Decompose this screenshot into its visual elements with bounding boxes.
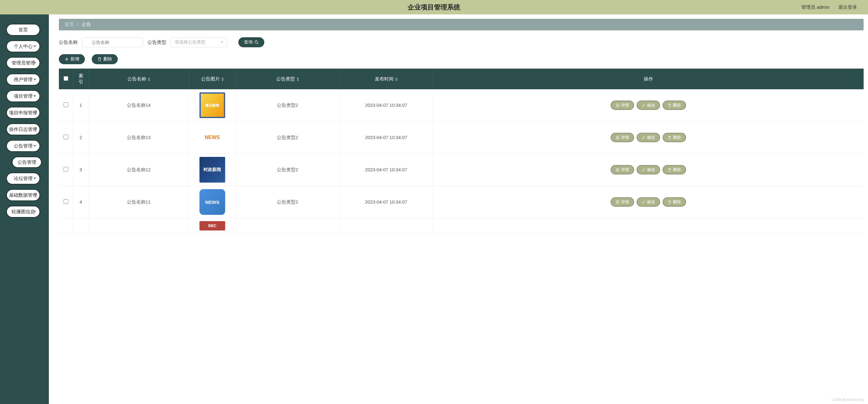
th-type[interactable]: 公告类型 (236, 69, 339, 89)
table: 索引 公告名称 公告图片 公告类型 发布时间 操作 1 公告名称14 爆点新闻 … (59, 69, 864, 218)
cell-name: 公告名称12 (89, 154, 189, 186)
cell-time: 2023-04-07 10:34:07 (339, 154, 433, 186)
filter-type-label: 公告类型 (148, 39, 166, 45)
filters: 公告名称 公告类型 请选择公告类型 查询 (59, 37, 864, 47)
edit-button[interactable]: 修改 (637, 100, 660, 110)
cell-time: 2023-04-07 10:34:07 (339, 89, 433, 122)
table-row: 2 公告名称13 NEWS 公告类型2 2023-04-07 10:34:07 … (59, 122, 864, 154)
thumbnail[interactable]: NEWS (199, 189, 225, 215)
cell-type: 公告类型2 (236, 122, 339, 154)
breadcrumb-sep: / (77, 22, 78, 27)
row-checkbox[interactable] (64, 135, 68, 139)
thumbnail[interactable]: 爆点新闻 (199, 92, 225, 118)
sidebar-item-6[interactable]: 操作日志管理 (6, 123, 40, 135)
app-title: 企业项目管理系统 (408, 3, 460, 11)
thumbnail[interactable]: NEWS (199, 125, 225, 150)
sidebar-item-9[interactable]: 基础数据管理 (6, 189, 40, 201)
sidebar-item-0[interactable]: 首页 (6, 24, 40, 36)
toolbar: 新增 删除 (59, 54, 864, 64)
detail-button[interactable]: 详情 (611, 197, 634, 207)
detail-button[interactable]: 详情 (611, 100, 634, 110)
cell-index: 4 (73, 186, 89, 218)
sidebar-item-8[interactable]: 论坛管理 (6, 173, 40, 184)
sidebar-item-7[interactable]: 公告管理 (6, 140, 40, 152)
filter-name-input[interactable] (82, 37, 143, 47)
table-header-row: 索引 公告名称 公告图片 公告类型 发布时间 操作 (59, 69, 864, 89)
detail-button[interactable]: 详情 (611, 165, 634, 175)
cell-type: 公告类型2 (236, 89, 339, 122)
row-delete-button[interactable]: 删除 (662, 165, 686, 175)
select-all-checkbox[interactable] (64, 76, 68, 81)
breadcrumb: 首页 / 公告 (59, 19, 864, 30)
search-button[interactable]: 查询 (238, 37, 264, 47)
row-delete-button[interactable]: 删除 (662, 197, 686, 207)
sort-icon (297, 77, 299, 81)
sidebar-item-10[interactable]: 轮播图信息 (6, 206, 40, 218)
filter-name-label: 公告名称 (59, 39, 78, 45)
sort-icon (148, 77, 150, 81)
th-image[interactable]: 公告图片 (189, 69, 236, 89)
th-index[interactable]: 索引 (73, 69, 89, 89)
plus-icon (64, 57, 69, 61)
delete-button[interactable]: 删除 (92, 54, 118, 64)
row-checkbox[interactable] (64, 102, 68, 107)
cell-time: 2023-04-07 10:34:07 (339, 186, 433, 218)
thumbnail[interactable]: BBC (199, 221, 225, 230)
cell-name: 公告名称13 (89, 122, 189, 154)
thumbnail[interactable]: 时政新闻 (199, 157, 225, 183)
trash-icon (97, 57, 102, 61)
edit-button[interactable]: 修改 (637, 197, 660, 207)
breadcrumb-current: 公告 (82, 22, 91, 27)
edit-button[interactable]: 修改 (637, 165, 660, 175)
cell-index: 1 (73, 89, 89, 122)
sidebar-item-5[interactable]: 项目申报管理 (6, 107, 40, 119)
header-right: 管理员 admin 退出登录 (801, 4, 857, 10)
detail-button[interactable]: 详情 (611, 133, 634, 142)
breadcrumb-home[interactable]: 首页 (64, 22, 74, 27)
sidebar-item-3[interactable]: 用户管理 (6, 73, 40, 86)
cell-time: 2023-04-07 10:34:07 (339, 122, 433, 154)
row-delete-button[interactable]: 删除 (662, 133, 686, 142)
th-time[interactable]: 发布时间 (339, 69, 433, 89)
header: 企业项目管理系统 管理员 admin 退出登录 (0, 0, 868, 14)
sidebar-item-4[interactable]: 项目管理 (6, 90, 40, 102)
sidebar: 首页个人中心管理员管理用户管理项目管理项目申报管理操作日志管理公告管理公告管理论… (0, 14, 49, 404)
cell-name: 公告名称11 (89, 186, 189, 218)
svg-point-2 (255, 41, 258, 43)
filter-type-select[interactable]: 请选择公告类型 (170, 37, 227, 47)
add-button[interactable]: 新增 (59, 54, 85, 64)
table-row: 3 公告名称12 时政新闻 公告类型2 2023-04-07 10:34:07 … (59, 154, 864, 186)
search-icon (254, 40, 259, 44)
row-checkbox[interactable] (64, 199, 68, 204)
th-name[interactable]: 公告名称 (89, 69, 189, 89)
table-row: BBC (59, 218, 864, 234)
cell-name: 公告名称14 (89, 89, 189, 122)
cell-index: 3 (73, 154, 89, 186)
row-checkbox[interactable] (64, 167, 68, 172)
main: 首页 / 公告 公告名称 公告类型 请选择公告类型 查询 (49, 14, 868, 404)
th-actions: 操作 (433, 69, 864, 89)
user-link[interactable]: 管理员 admin (801, 4, 830, 10)
cell-type: 公告类型2 (236, 154, 339, 186)
table-row: 4 公告名称11 NEWS 公告类型2 2023-04-07 10:34:07 … (59, 186, 864, 218)
sidebar-subitem[interactable]: 公告管理 (12, 157, 42, 168)
sort-icon (221, 77, 224, 81)
edit-button[interactable]: 修改 (637, 133, 660, 142)
sidebar-item-2[interactable]: 管理员管理 (6, 57, 40, 69)
sidebar-item-1[interactable]: 个人中心 (6, 40, 40, 52)
filter-type-placeholder: 请选择公告类型 (175, 39, 206, 45)
logout-link[interactable]: 退出登录 (838, 4, 857, 10)
cell-index: 2 (73, 122, 89, 154)
svg-line-3 (257, 43, 259, 44)
cell-type: 公告类型2 (236, 186, 339, 218)
row-delete-button[interactable]: 删除 (662, 100, 686, 110)
sort-icon (395, 77, 398, 81)
table-row: 1 公告名称14 爆点新闻 公告类型2 2023-04-07 10:34:07 … (59, 89, 864, 122)
